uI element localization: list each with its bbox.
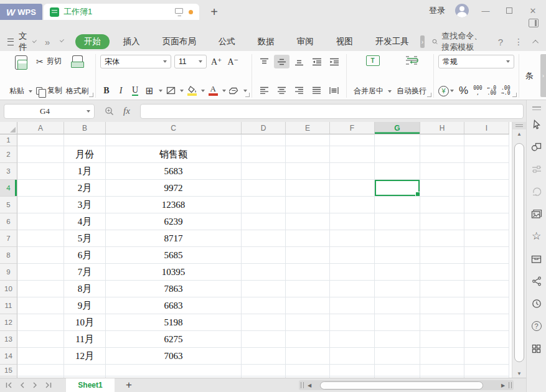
cell-A2[interactable] [17, 146, 64, 163]
cell-B11[interactable]: 9月 [64, 297, 106, 314]
cell-A13[interactable] [17, 331, 64, 348]
row-header-2[interactable]: 2 [0, 146, 17, 163]
menu-tab-4[interactable]: 数据 [249, 34, 283, 49]
cell-H13[interactable] [420, 331, 464, 348]
row-header-1[interactable]: 1 [0, 134, 17, 146]
fill-color-button[interactable] [186, 84, 198, 97]
cell-D2[interactable] [242, 146, 286, 163]
menu-tab-6[interactable]: 视图 [327, 34, 362, 49]
cell-E8[interactable] [286, 247, 330, 264]
increase-indent-button[interactable] [326, 55, 342, 68]
cell-I15[interactable] [464, 365, 509, 376]
cell-D3[interactable] [242, 163, 286, 180]
cell-B13[interactable]: 11月 [64, 331, 106, 348]
cell-F8[interactable] [330, 247, 375, 264]
cell-C1[interactable] [106, 134, 242, 146]
align-bottom-button[interactable] [291, 55, 307, 68]
column-header-D[interactable]: D [242, 122, 286, 134]
menu-tab-3[interactable]: 公式 [210, 34, 244, 49]
help-circle-icon[interactable]: ? [527, 315, 546, 337]
cell-H3[interactable] [420, 163, 464, 180]
increase-decimal-button[interactable]: ←.0 .00 [487, 86, 496, 96]
next-sheet-button[interactable] [30, 380, 40, 391]
cell-F7[interactable] [330, 230, 375, 247]
cell-E14[interactable] [286, 348, 330, 365]
share-icon[interactable] [527, 270, 546, 292]
cell-C7[interactable]: 8717 [106, 230, 242, 247]
cell-B5[interactable]: 3月 [64, 197, 106, 213]
minimize-button[interactable]: — [479, 6, 492, 16]
format-painter-button[interactable]: 格式刷 [64, 55, 91, 97]
cell-E5[interactable] [286, 197, 330, 213]
cell-D12[interactable] [242, 314, 286, 331]
cell-F6[interactable] [330, 213, 375, 230]
number-format-select[interactable]: 常规 [438, 55, 514, 68]
cell-E11[interactable] [286, 297, 330, 314]
row-header-14[interactable]: 14 [0, 348, 17, 365]
cell-I9[interactable] [464, 264, 509, 281]
document-tab[interactable]: 工作簿1 [44, 4, 199, 20]
horizontal-scrollbar[interactable]: ◀ ▶ [299, 380, 514, 390]
cell-B3[interactable]: 1月 [64, 163, 106, 180]
align-right-button[interactable] [291, 83, 307, 97]
collapse-ribbon-icon[interactable] [532, 39, 539, 45]
new-tab-button[interactable]: + [207, 5, 222, 19]
cell-A14[interactable] [17, 348, 64, 365]
sidebar-toggle-button[interactable] [529, 19, 539, 27]
cell-B7[interactable]: 5月 [64, 230, 106, 247]
cell-B8[interactable]: 6月 [64, 247, 106, 264]
cell-D1[interactable] [242, 134, 286, 146]
cell-A11[interactable] [17, 297, 64, 314]
cell-shading-button[interactable] [164, 84, 177, 97]
cell-H12[interactable] [420, 314, 464, 331]
cell-E13[interactable] [286, 331, 330, 348]
borders-button[interactable]: ⊞ [143, 84, 156, 97]
name-box[interactable]: G4 [4, 104, 95, 119]
cell-G8[interactable] [375, 247, 420, 264]
cell-B1[interactable] [64, 134, 106, 146]
ribbon-expand-button[interactable]: › [540, 54, 546, 97]
cell-E7[interactable] [286, 230, 330, 247]
shading-caret-icon[interactable] [180, 90, 184, 92]
split-handle[interactable] [512, 122, 526, 129]
cell-H6[interactable] [420, 213, 464, 230]
row-header-12[interactable]: 12 [0, 314, 17, 331]
cell-F2[interactable] [330, 146, 375, 163]
h-scroll-left-grip[interactable] [301, 382, 304, 388]
more-toolbars-button[interactable]: » [45, 37, 50, 47]
cell-C9[interactable]: 10395 [106, 264, 242, 281]
column-header-I[interactable]: I [464, 122, 509, 134]
cell-C4[interactable]: 9972 [106, 180, 242, 197]
image-panel-icon[interactable] [527, 203, 546, 225]
cell-I4[interactable] [464, 180, 509, 197]
wps-logo-button[interactable]: W WPS [0, 4, 42, 20]
scroll-left-button[interactable]: ◀ [306, 383, 313, 388]
conditional-format-button[interactable]: 条 [524, 55, 537, 97]
cell-B14[interactable]: 12月 [64, 348, 106, 365]
column-header-B[interactable]: B [64, 122, 106, 134]
cell-H2[interactable] [420, 146, 464, 163]
history-clock-icon[interactable] [527, 292, 546, 315]
cell-G3[interactable] [375, 163, 420, 180]
cell-G12[interactable] [375, 314, 420, 331]
cell-D15[interactable] [242, 365, 286, 376]
decrease-indent-button[interactable] [309, 55, 324, 68]
selected-cell-G4[interactable] [375, 180, 420, 197]
row-header-13[interactable]: 13 [0, 331, 17, 348]
cell-I5[interactable] [464, 197, 509, 213]
quick-access-caret-icon[interactable] [60, 38, 64, 42]
sheet-tab-active[interactable]: Sheet1 [66, 378, 115, 392]
cell-H15[interactable] [420, 365, 464, 376]
rail-drag-handle[interactable] [527, 103, 546, 113]
percent-style-button[interactable]: % [459, 85, 468, 97]
row-header-4[interactable]: 4 [0, 180, 17, 197]
row-header-11[interactable]: 11 [0, 297, 17, 314]
cell-C12[interactable]: 5198 [106, 314, 242, 331]
align-center-button[interactable] [274, 83, 289, 97]
command-search[interactable]: 查找命令、搜索模板 [432, 30, 489, 53]
borders-caret-icon[interactable] [159, 90, 162, 92]
cell-A3[interactable] [17, 163, 64, 180]
h-scroll-thumb[interactable] [320, 381, 483, 390]
comma-style-button[interactable]: 000 , [473, 86, 482, 96]
formula-zoom-icon[interactable] [105, 106, 115, 116]
